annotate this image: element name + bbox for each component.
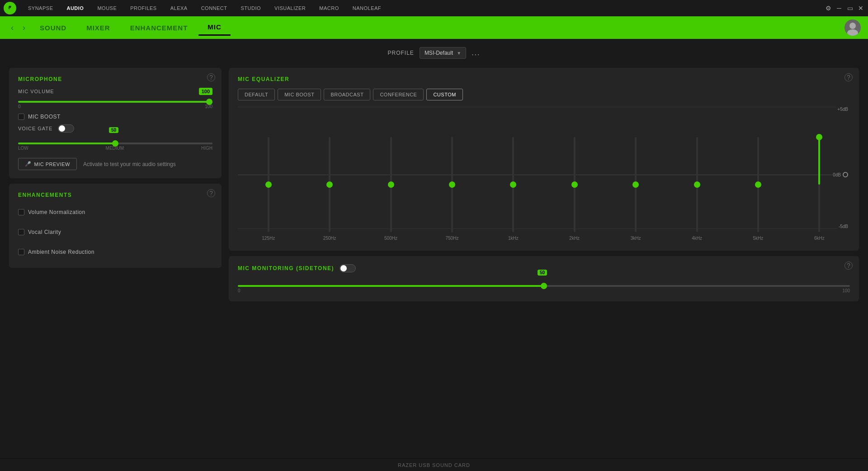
eq-visual: +5dB 0dB -5dB 125Hz250Hz500Hz750Hz1kHz2k… [238,107,850,243]
forward-button[interactable]: › [19,23,29,33]
monitoring-tooltip: 50 [538,270,547,276]
eq-vert-thumb-8[interactable] [755,181,761,188]
eq-freq-label-6: 3kHz [631,236,641,241]
mic-volume-slider-container: 100 0 100 [18,98,212,109]
eq-vert-track-2[interactable] [390,137,392,232]
enhancements-help-icon[interactable]: ? [207,189,215,197]
right-column: ? MIC EQUALIZER DEFAULT MIC BOOST BROADC… [229,68,859,301]
eq-vert-track-3[interactable] [451,137,453,232]
monitoring-help-icon[interactable]: ? [844,262,853,270]
eq-vert-track-9[interactable] [818,137,820,232]
vocal-clarity-checkbox[interactable] [18,229,24,235]
profile-dropdown[interactable]: MSI-Default ▼ [420,47,466,59]
eq-panel-title: MIC EQUALIZER [238,76,850,82]
mic-volume-min: 0 [18,104,21,109]
eq-vert-thumb-0[interactable] [265,181,272,188]
eq-btn-broadcast[interactable]: BROADCAST [324,89,370,100]
eq-vert-track-5[interactable] [574,137,576,232]
enhancements-panel: ? ENHANCEMENTS Volume Normalization Voca… [9,184,222,268]
status-bar: RAZER USB SOUND CARD [0,458,868,471]
eq-vert-thumb-7[interactable] [694,181,700,188]
eq-btn-mic-boost[interactable]: MIC BOOST [278,89,321,100]
eq-vert-thumb-2[interactable] [388,181,394,188]
profile-row: PROFILE MSI-Default ▼ ... [0,39,868,63]
tab-mic[interactable]: MIC [198,19,231,36]
volume-normalization-row: Volume Normalization [18,209,212,215]
tab-mixer[interactable]: MIXER [77,20,119,35]
nav-profiles[interactable]: PROFILES [124,4,163,13]
eq-vert-track-6[interactable] [635,137,637,232]
eq-band-col-1kHz: 1kHz [483,107,544,243]
window-controls: ⚙ ─ ▭ ✕ [825,5,864,12]
profile-more-button[interactable]: ... [472,49,480,57]
eq-vert-track-8[interactable] [757,137,759,232]
monitoring-toggle-knob [340,265,347,271]
monitoring-title: MIC MONITORING (SIDETONE) [238,265,334,271]
eq-vert-track-7[interactable] [696,137,698,232]
title-bar: SYNAPSE AUDIO MOUSE PROFILES ALEXA CONNE… [0,0,868,16]
voice-gate-low: LOW [18,146,28,151]
monitoring-slider[interactable] [238,285,850,287]
nav-macro[interactable]: MACRO [313,4,345,13]
nav-alexa[interactable]: ALEXA [164,4,194,13]
microphone-help-icon[interactable]: ? [207,73,215,81]
chevron-down-icon: ▼ [457,51,461,56]
voice-gate-slider[interactable] [18,143,212,144]
volume-normalization-checkbox[interactable] [18,209,24,215]
mic-preview-label: MIC PREVIEW [34,162,70,167]
eq-vert-track-1[interactable] [329,137,330,232]
nav-mouse[interactable]: MOUSE [91,4,123,13]
monitoring-min: 0 [238,288,241,293]
eq-freq-label-9: 6kHz [814,236,825,241]
profile-value: MSI-Default [425,50,453,56]
monitoring-toggle[interactable] [340,264,356,272]
settings-button[interactable]: ⚙ [825,5,832,12]
nav-visualizer[interactable]: VISUALIZER [268,4,312,13]
eq-vert-thumb-9[interactable] [816,134,822,140]
avatar [844,19,861,36]
eq-help-icon[interactable]: ? [844,73,853,81]
volume-normalization-label: Volume Normalization [28,209,85,215]
eq-vert-thumb-1[interactable] [326,181,333,188]
mic-volume-slider[interactable] [18,101,212,103]
enhancements-panel-title: ENHANCEMENTS [18,192,212,198]
minimize-button[interactable]: ─ [835,5,843,12]
eq-vert-thumb-3[interactable] [449,181,455,188]
eq-vert-fill-9 [818,137,820,185]
eq-vert-thumb-6[interactable] [632,181,639,188]
voice-gate-toggle[interactable] [58,124,74,133]
left-column: ? MICROPHONE MIC VOLUME 100 0 100 MIC BO… [9,68,222,301]
ambient-noise-reduction-checkbox[interactable] [18,249,24,255]
eq-band-col-125Hz: 125Hz [238,107,299,243]
eq-vert-track-0[interactable] [268,137,269,232]
nav-synapse[interactable]: SYNAPSE [22,4,59,13]
eq-btn-conference[interactable]: CONFERENCE [373,89,424,100]
mic-boost-checkbox[interactable] [18,114,24,120]
tab-sound[interactable]: SOUND [31,20,75,35]
nav-audio[interactable]: AUDIO [60,4,90,13]
eq-btn-default[interactable]: DEFAULT [238,89,275,100]
eq-freq-label-1: 250Hz [323,236,336,241]
maximize-button[interactable]: ▭ [846,5,854,12]
mic-boost-row: MIC BOOST [18,114,212,120]
mic-volume-tooltip: 100 [199,88,212,95]
eq-btn-custom[interactable]: CUSTOM [426,89,462,100]
eq-vert-thumb-5[interactable] [571,181,578,188]
mic-preview-button[interactable]: 🎤 MIC PREVIEW [18,158,77,170]
nav-studio[interactable]: STUDIO [235,4,268,13]
eq-freq-label-2: 500Hz [384,236,397,241]
nav-connect[interactable]: CONNECT [195,4,234,13]
nav-nanoleaf[interactable]: NANOLEAF [346,4,387,13]
eq-freq-label-7: 4kHz [692,236,702,241]
eq-vert-thumb-4[interactable] [510,181,516,188]
voice-gate-slider-container: 50 LOW MEDIUM HIGH [18,136,212,151]
eq-band-col-250Hz: 250Hz [299,107,360,243]
eq-band-col-3kHz: 3kHz [605,107,666,243]
back-button[interactable]: ‹ [7,23,17,33]
app-logo [4,2,16,14]
monitoring-max: 100 [842,288,850,293]
tab-enhancement[interactable]: ENHANCEMENT [121,20,197,35]
close-button[interactable]: ✕ [857,5,864,12]
eq-vert-track-4[interactable] [512,137,514,232]
status-text: RAZER USB SOUND CARD [398,462,470,468]
